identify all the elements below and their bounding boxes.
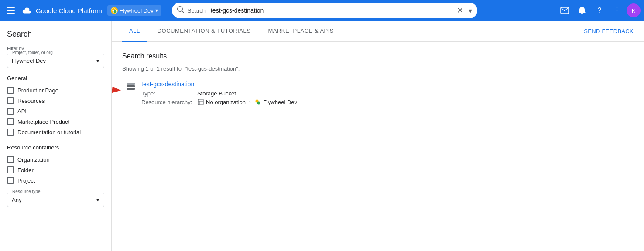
hamburger-menu[interactable] [3, 4, 18, 17]
resource-containers-heading: Resource containers [7, 144, 104, 151]
project-name: Flywheel Dev [120, 7, 154, 14]
checkbox-box-organization [7, 156, 14, 163]
dropdown-arrow-icon: ▾ [155, 7, 158, 14]
tab-marketplace-label: MARKETPLACE & APIS [268, 27, 334, 34]
type-value: Storage Bucket [197, 90, 236, 97]
search-clear-icon[interactable]: ✕ [457, 6, 463, 15]
tab-marketplace[interactable]: MARKETPLACE & APIS [261, 21, 341, 42]
project-dot-icon [111, 7, 118, 14]
more-options-icon[interactable]: ⋮ [609, 3, 625, 18]
hierarchy-org-text: No organization [206, 99, 246, 105]
checkbox-documentation-tutorial[interactable]: Documentation or tutorial [7, 127, 104, 137]
search-icon [177, 6, 184, 15]
svg-point-4 [113, 10, 117, 13]
search-expand-icon[interactable]: ▾ [469, 7, 472, 15]
resource-type-value: Any [12, 197, 21, 203]
checkbox-label-marketplace-product: Marketplace Product [17, 119, 69, 125]
filter-checkboxes: Product or Page Resources API Marketplac… [7, 85, 104, 137]
svg-rect-8 [127, 85, 135, 87]
tab-documentation[interactable]: DOCUMENTATION & TUTORIALS [151, 21, 258, 42]
checkbox-box-marketplace-product [7, 118, 14, 125]
help-icon[interactable]: ? [592, 3, 607, 18]
main-layout: Search Filter by Project, folder, or org… [0, 21, 644, 251]
org-icon [197, 98, 204, 105]
send-feedback-button[interactable]: SEND FEEDBACK [584, 28, 634, 34]
tab-all-label: ALL [129, 27, 140, 34]
project-filter-label: Project, folder, or org [10, 50, 55, 55]
storage-bucket-icon [126, 81, 136, 92]
svg-rect-7 [127, 83, 135, 85]
svg-rect-2 [7, 13, 15, 14]
sidebar: Search Filter by Project, folder, or org… [0, 21, 112, 251]
tab-documentation-label: DOCUMENTATION & TUTORIALS [158, 27, 251, 34]
search-bar[interactable]: Search ✕ ▾ [172, 3, 477, 18]
content-area: ALL DOCUMENTATION & TUTORIALS MARKETPLAC… [112, 21, 644, 251]
checkbox-resources[interactable]: Resources [7, 95, 104, 106]
project-selector[interactable]: Flywheel Dev ▾ [107, 5, 161, 16]
hierarchy-project-text: Flywheel Dev [263, 99, 297, 105]
svg-rect-0 [7, 7, 15, 8]
avatar[interactable]: K [627, 3, 641, 17]
result-type-row: Type: Storage Bucket [141, 90, 634, 97]
resource-type-chevron-icon: ▾ [96, 197, 99, 203]
project-filter-value: Flywheel Dev [12, 58, 46, 64]
tab-all[interactable]: ALL [122, 21, 147, 42]
resource-container-checkboxes: Organization Folder Project [7, 154, 104, 186]
result-details: test-gcs-destination Type: Storage Bucke… [141, 81, 634, 107]
checkbox-label-resources: Resources [17, 98, 45, 104]
cloud-icon [22, 7, 32, 14]
dropdown-chevron-icon: ▾ [96, 58, 99, 64]
checkbox-folder[interactable]: Folder [7, 165, 104, 175]
notifications-icon[interactable] [574, 3, 590, 18]
checkbox-label-folder: Folder [17, 167, 34, 173]
checkbox-box-product-page [7, 87, 14, 94]
checkbox-label-api: API [17, 108, 27, 115]
general-heading: General [7, 75, 104, 81]
checkbox-label-documentation-tutorial: Documentation or tutorial [17, 129, 81, 136]
checkbox-api[interactable]: API [7, 106, 104, 116]
svg-point-14 [257, 102, 260, 105]
hierarchy-chevron-icon: › [249, 99, 251, 105]
logo-text: Google Cloud Platform [36, 7, 102, 14]
results-heading: Search results [122, 52, 634, 60]
type-label: Type: [141, 90, 194, 97]
svg-rect-10 [198, 99, 203, 105]
results-area: Search results Showing 1 of 1 result for… [112, 42, 644, 251]
search-input[interactable] [211, 7, 453, 14]
checkbox-box-api [7, 108, 14, 115]
resource-type-label: Resource type [10, 189, 42, 194]
checkbox-label-project: Project [17, 177, 35, 184]
result-item: test-gcs-destination Type: Storage Bucke… [122, 81, 634, 107]
checkbox-marketplace-product[interactable]: Marketplace Product [7, 116, 104, 127]
checkbox-organization[interactable]: Organization [7, 154, 104, 165]
result-title-link[interactable]: test-gcs-destination [141, 81, 634, 88]
sidebar-title: Search [7, 30, 104, 39]
checkbox-box-documentation-tutorial [7, 129, 14, 136]
top-navigation: Google Cloud Platform Flywheel Dev ▾ Sea… [0, 0, 644, 21]
checkbox-label-product-page: Product or Page [17, 87, 58, 94]
checkbox-box-project [7, 177, 14, 184]
svg-rect-9 [127, 88, 135, 90]
hierarchy-org: No organization [197, 98, 246, 105]
resource-type-dropdown[interactable]: Any ▾ [7, 193, 104, 207]
app-logo: Google Cloud Platform [22, 7, 102, 14]
tabs-bar: ALL DOCUMENTATION & TUTORIALS MARKETPLAC… [112, 21, 644, 42]
results-count: Showing 1 of 1 result for "test-gcs-dest… [122, 65, 634, 72]
hierarchy-project: Flywheel Dev [254, 98, 297, 105]
annotation-arrow [112, 81, 122, 102]
checkbox-label-organization: Organization [17, 156, 50, 163]
checkbox-project[interactable]: Project [7, 175, 104, 186]
svg-rect-1 [7, 10, 15, 11]
checkbox-box-folder [7, 166, 14, 173]
filter-section: Filter by Project, folder, or org Flywhe… [7, 46, 104, 68]
checkbox-product-page[interactable]: Product or Page [7, 85, 104, 95]
resource-type-section: Resource type Any ▾ [7, 193, 104, 207]
project-filter-dropdown[interactable]: Flywheel Dev ▾ [7, 54, 104, 68]
result-hierarchy-row: Resource hierarchy: No organization [141, 98, 634, 105]
search-label: Search [188, 7, 206, 14]
email-icon[interactable] [557, 3, 572, 18]
nav-right-icons: ? ⋮ K [557, 3, 641, 18]
hierarchy-label: Resource hierarchy: [141, 99, 194, 105]
checkbox-box-resources [7, 97, 14, 104]
svg-line-6 [112, 87, 119, 90]
